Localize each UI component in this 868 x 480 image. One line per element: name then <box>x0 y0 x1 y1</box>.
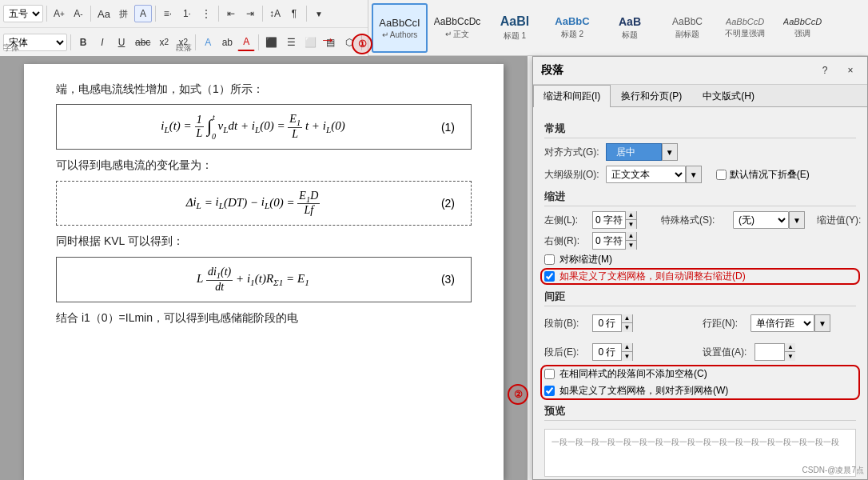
indent-left-down[interactable]: ▼ <box>625 220 636 229</box>
italic-btn[interactable]: I <box>94 34 111 51</box>
text-highlight-btn[interactable]: ab <box>218 34 236 51</box>
pinyin-btn[interactable]: 拼 <box>115 5 133 22</box>
decrease-indent-btn[interactable]: ⇤ <box>222 5 240 22</box>
alignment-row: 对齐方式(G): 居中 ▼ <box>544 143 856 161</box>
indent-left-up[interactable]: ▲ <box>625 211 636 220</box>
align-left-btn[interactable]: ⬛ <box>262 34 281 51</box>
align-right-btn[interactable]: ⬜ <box>301 34 320 51</box>
at-value-input[interactable]: ▲ ▼ <box>755 343 794 361</box>
font-size-increase-btn[interactable]: A+ <box>50 5 68 22</box>
indent-left-input[interactable]: ▲ ▼ <box>592 211 637 229</box>
no-space-checkbox[interactable] <box>544 369 555 379</box>
snap-to-grid-checkbox[interactable] <box>544 386 555 396</box>
style-heading-preview: AaB <box>619 15 641 28</box>
style-heading[interactable]: AaB 标题 <box>602 3 658 53</box>
auto-adjust-label: 如果定义了文档网格，则自动调整右缩进(D) <box>559 270 746 283</box>
at-value-field[interactable] <box>755 344 784 360</box>
outline-dropdown-arrow[interactable]: ▼ <box>686 166 702 183</box>
spacing-after-up[interactable]: ▲ <box>621 343 632 352</box>
spacing-before-spinner: ▲ ▼ <box>621 314 632 332</box>
equation-1-formula: iL(t) = 1 L ∫0t vLdt + iL(0) = E1 L t + … <box>73 113 433 141</box>
indent-right-spinner: ▲ ▼ <box>625 232 636 250</box>
outline-row: 大纲级别(O): 正文文本 ▼ 默认情况下折叠(E) <box>544 166 856 183</box>
style-subtitle[interactable]: AaBbC 副标题 <box>659 3 715 53</box>
spacing-before-row: 段前(B): ▲ ▼ <box>544 314 698 332</box>
subscript-btn[interactable]: x2 <box>155 34 173 51</box>
style-heading2[interactable]: AaBbC 标题 2 <box>544 3 600 53</box>
text-effect-btn[interactable]: A <box>199 34 217 51</box>
line-spacing-arrow[interactable]: ▼ <box>814 314 830 332</box>
spacing-before-label: 段前(B): <box>544 317 584 330</box>
style-subtle-em[interactable]: AaBbCcD 不明显强调 <box>717 3 773 53</box>
style-authors-preview: AaBbCcI <box>379 17 420 29</box>
default-collapse-checkbox[interactable] <box>716 170 727 180</box>
at-up[interactable]: ▲ <box>784 343 795 352</box>
show-marks-btn[interactable]: ¶ <box>285 5 303 22</box>
indent-right-value[interactable] <box>593 233 625 249</box>
separator9 <box>258 34 259 50</box>
indent-right-input[interactable]: ▲ ▼ <box>592 232 637 250</box>
bullet-list-btn[interactable]: ≡· <box>159 5 177 22</box>
dialog-tab-linebreak[interactable]: 换行和分页(P) <box>611 85 692 107</box>
spacing-before-down[interactable]: ▼ <box>621 323 632 332</box>
spacing-before-up[interactable]: ▲ <box>621 314 632 323</box>
font-style-btn[interactable]: Aa <box>94 5 113 22</box>
style-zhengwen[interactable]: AaBbCcDc ↵ 正文 <box>429 3 485 53</box>
sort-btn[interactable]: ↕A <box>266 5 284 22</box>
equation-3-box: L di1(t) dt + i1(t)RΣ1 = E1 (3) <box>56 257 472 302</box>
doc-text2: 可以得到电感电流的变化量为： <box>56 156 472 174</box>
underline-btn[interactable]: U <box>113 34 130 51</box>
auto-adjust-container: 如果定义了文档网格，则自动调整右缩进(D) <box>544 270 856 283</box>
font-color-btn[interactable]: A <box>237 34 255 51</box>
font-size-decrease-btn[interactable]: A- <box>70 5 87 22</box>
mirror-indent-checkbox[interactable] <box>544 254 555 265</box>
indent-right-up[interactable]: ▲ <box>625 232 636 241</box>
equation-1-num: (1) <box>441 121 455 134</box>
alignment-value[interactable]: 居中 <box>606 143 662 161</box>
spacing-after-input[interactable]: ▲ ▼ <box>592 343 633 361</box>
dialog-tabs: 缩进和间距(I) 换行和分页(P) 中文版式(H) <box>533 85 867 107</box>
auto-adjust-checkbox[interactable] <box>544 271 555 282</box>
indent-right-down[interactable]: ▼ <box>625 241 636 250</box>
document-page: 端，电感电流线性增加，如式（1）所示： iL(t) = 1 L ∫0t vLdt… <box>24 64 504 480</box>
outline-select[interactable]: 正文文本 <box>606 166 686 183</box>
line-spacing-select[interactable]: 单倍行距 <box>751 314 814 332</box>
equation-1-box: iL(t) = 1 L ∫0t vLdt + iL(0) = E1 L t + … <box>56 104 472 150</box>
clear-format-btn[interactable]: A <box>134 5 152 22</box>
multi-level-list-btn[interactable]: ⋮ <box>197 5 215 22</box>
dialog-help-btn[interactable]: ? <box>816 62 834 79</box>
outline-label: 大纲级别(O): <box>544 168 599 182</box>
document-area: 端，电感电流线性增加，如式（1）所示： iL(t) = 1 L ∫0t vLdt… <box>0 56 528 480</box>
dialog-close-btn[interactable]: × <box>842 62 859 79</box>
paragraph-expand-btn[interactable]: ▼ <box>310 5 328 22</box>
style-authors[interactable]: AaBbCcI ↵ Authors <box>372 3 428 53</box>
separator8 <box>195 34 196 50</box>
bold-btn[interactable]: B <box>74 34 92 51</box>
dialog-tab-indent[interactable]: 缩进和间距(I) <box>533 85 611 107</box>
style-heading2-label: 标题 2 <box>561 29 583 40</box>
equation-2-formula: ΔiL = iL(DT) − iL(0) = E1D Lf <box>73 190 433 218</box>
special-format-arrow[interactable]: ▼ <box>789 211 805 229</box>
style-heading1[interactable]: AaBl 标题 1 <box>487 3 543 53</box>
spacing-after-value[interactable] <box>593 344 621 360</box>
font-size-select[interactable]: 五号 四号 三号 <box>3 5 43 22</box>
style-emphasis-preview: AaBbCcD <box>783 17 822 26</box>
dialog-tab-chinese[interactable]: 中文版式(H) <box>692 85 765 107</box>
preview-content: 一段一段一段一段一段一段一段一段一段一段一段一段一段一段一段一段一段一段 <box>551 436 849 448</box>
special-format-select[interactable]: (无) <box>733 211 789 229</box>
separator1 <box>46 6 47 22</box>
spacing-before-value[interactable] <box>593 315 621 331</box>
strikethrough-btn[interactable]: abc <box>132 34 153 51</box>
align-center-btn[interactable]: ☰ <box>282 34 300 51</box>
dialog-title: 段落 <box>541 63 563 78</box>
spacing-before-input[interactable]: ▲ ▼ <box>592 314 633 332</box>
number-list-btn[interactable]: 1· <box>178 5 196 22</box>
style-emphasis[interactable]: AaBbCcD 强调 <box>774 3 830 53</box>
line-spacing-label: 行距(N): <box>703 317 743 330</box>
spacing-after-label: 段后(E): <box>544 346 584 359</box>
increase-indent-btn[interactable]: ⇥ <box>241 5 259 22</box>
indent-left-value[interactable] <box>593 212 625 228</box>
alignment-dropdown-arrow[interactable]: ▼ <box>662 143 678 161</box>
at-down[interactable]: ▼ <box>784 352 795 361</box>
spacing-after-down[interactable]: ▼ <box>621 352 632 361</box>
